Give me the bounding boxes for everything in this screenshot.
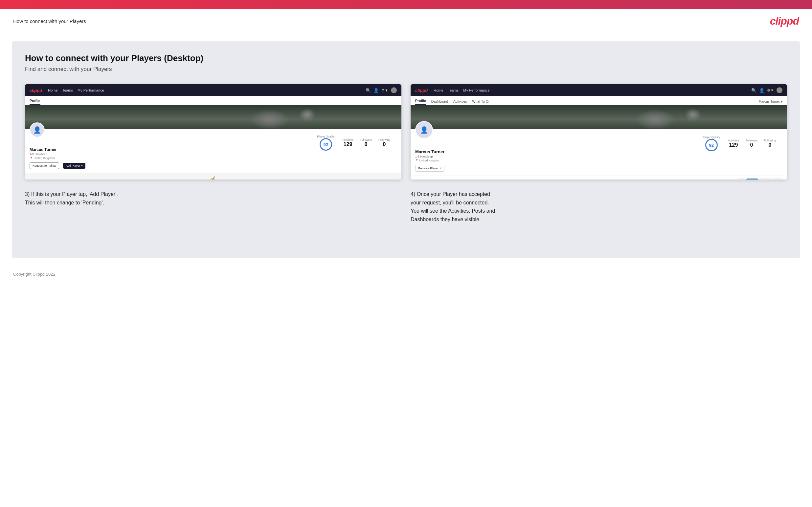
- search-icon-2[interactable]: 🔍: [751, 88, 757, 93]
- mock-app-2: clippd Home Teams My Performance 🔍 👤 ⚙▼ …: [411, 84, 787, 179]
- avatar-icon-1[interactable]: [391, 87, 397, 93]
- profile-banner-1: [25, 105, 401, 129]
- main-content: How to connect with your Players (Deskto…: [12, 41, 800, 258]
- avatar-2: 👤: [415, 121, 433, 139]
- search-icon-1[interactable]: 🔍: [366, 88, 371, 93]
- location-icon-2: 📍: [415, 159, 418, 162]
- activities-value-2: 129: [728, 142, 739, 148]
- tab-dashboard-2[interactable]: Dashboard: [431, 100, 448, 105]
- followers-block-2: Followers 0: [746, 139, 757, 148]
- tab-activities-2[interactable]: Activities: [453, 100, 467, 105]
- caption-col-2: 4) Once your Player has acceptedyour req…: [411, 190, 787, 223]
- profile-info-section-1: 👤 Marcus Turner 1-5 Handicap 📍 United Ki…: [25, 129, 401, 173]
- profile-country-2: 📍 United Kingdom: [415, 159, 455, 162]
- location-icon-1: 📍: [30, 157, 33, 160]
- nav-home-2[interactable]: Home: [434, 88, 443, 92]
- period-1yr[interactable]: 1 yr: [737, 178, 745, 179]
- following-block-1: Following 0: [378, 138, 390, 147]
- remove-player-btn[interactable]: Remove Player ×: [415, 165, 445, 172]
- app-tabs-1: Profile: [25, 96, 401, 105]
- screenshot-col-1: clippd Home Teams My Performance 🔍 👤 ⚙▼ …: [25, 84, 401, 179]
- golf-texture-2: [411, 105, 787, 129]
- activity-section-2: Activity Summary Monthly Activity · 6 Mo…: [411, 176, 787, 179]
- quality-circle-2: 92: [705, 139, 718, 151]
- app-nav-right-2: 🔍 👤 ⚙▼: [751, 87, 782, 93]
- nav-teams-2[interactable]: Teams: [448, 88, 459, 92]
- activity-period-2: Monthly Activity · 6 Months: [552, 179, 587, 180]
- profile-handicap-2: 1-5 Handicap: [415, 155, 455, 158]
- page-header: How to connect with your Players clippd: [0, 9, 812, 32]
- tab-player-name-2[interactable]: Marcus Turner ▾: [759, 100, 782, 105]
- following-label-2: Following: [764, 139, 776, 142]
- tab-profile-1[interactable]: Profile: [30, 99, 40, 105]
- player-quality-label-1: Player Quality: [317, 135, 335, 138]
- followers-block-1: Followers 0: [360, 138, 372, 147]
- remove-x-icon: ×: [440, 166, 442, 170]
- profile-buttons-2: Remove Player ×: [415, 165, 455, 172]
- period-3mths[interactable]: 3 mths: [759, 178, 771, 179]
- app-nav-right-1: 🔍 👤 ⚙▼: [366, 87, 397, 93]
- app-nav-2: clippd Home Teams My Performance 🔍 👤 ⚙▼: [411, 84, 787, 96]
- profile-banner-2: [411, 105, 787, 129]
- page-header-title: How to connect with your Players: [13, 18, 86, 24]
- period-btns-2: 1 yr 6 mths 3 mths 1 mth: [737, 178, 782, 179]
- following-label-1: Following: [378, 138, 390, 142]
- period-1mth[interactable]: 1 mth: [772, 178, 782, 179]
- app-nav-1: clippd Home Teams My Performance 🔍 👤 ⚙▼: [25, 84, 401, 96]
- followers-value-2: 0: [746, 142, 757, 148]
- profile-buttons-1: Request to Follow Add Player +: [30, 162, 86, 169]
- app-nav-logo-2: clippd: [415, 88, 428, 93]
- activities-label-1: Activities: [342, 138, 353, 142]
- player-quality-label-2: Player Quality: [703, 135, 720, 139]
- profile-handicap-1: 1-5 Handicap: [30, 153, 86, 156]
- period-6mths[interactable]: 6 mths: [746, 178, 758, 179]
- nav-teams-1[interactable]: Teams: [62, 88, 73, 92]
- footer-copyright: Copyright Clippd 2022: [13, 272, 55, 277]
- caption-col-1: 3) If this is your Player tap, 'Add Play…: [25, 190, 401, 223]
- activities-value-1: 129: [342, 142, 353, 147]
- screenshots-row: clippd Home Teams My Performance 🔍 👤 ⚙▼ …: [25, 84, 787, 179]
- scroll-icon-1: ✍: [210, 176, 217, 179]
- avatar-1: 👤: [30, 122, 45, 137]
- scroll-area-1: ✍: [25, 173, 401, 179]
- activities-label-2: Activities: [728, 139, 739, 142]
- app-tabs-2: Profile Dashboard Activities What To On …: [411, 96, 787, 105]
- settings-icon-1[interactable]: ⚙▼: [382, 88, 388, 93]
- profile-name-2: Marcus Turner: [415, 149, 455, 154]
- caption-text-2: 4) Once your Player has acceptedyour req…: [411, 190, 787, 223]
- profile-name-1: Marcus Turner: [30, 147, 86, 152]
- screenshot-col-2: clippd Home Teams My Performance 🔍 👤 ⚙▼ …: [411, 84, 787, 179]
- caption-row: 3) If this is your Player tap, 'Add Play…: [25, 190, 787, 223]
- caption-text-1: 3) If this is your Player tap, 'Add Play…: [25, 190, 401, 207]
- golf-texture-1: [25, 105, 401, 129]
- following-block-2: Following 0: [764, 139, 776, 148]
- app-nav-logo-1: clippd: [30, 88, 42, 93]
- request-follow-btn[interactable]: Request to Follow: [30, 162, 59, 169]
- top-color-bar: [0, 0, 812, 9]
- nav-myperformance-2[interactable]: My Performance: [463, 88, 490, 92]
- nav-myperformance-1[interactable]: My Performance: [78, 88, 104, 92]
- settings-icon-2[interactable]: ⚙▼: [767, 88, 774, 93]
- player-quality-block-2: Player Quality 92: [703, 135, 720, 151]
- tab-profile-2[interactable]: Profile: [415, 99, 426, 105]
- followers-label-1: Followers: [360, 138, 372, 142]
- avatar-person-icon-1: 👤: [33, 126, 41, 134]
- user-icon-2[interactable]: 👤: [759, 88, 764, 93]
- avatar-person-icon-2: 👤: [420, 126, 428, 134]
- nav-home-1[interactable]: Home: [48, 88, 57, 92]
- activity-header-2: Activity Summary Monthly Activity · 6 Mo…: [415, 178, 782, 179]
- user-icon-1[interactable]: 👤: [373, 88, 379, 93]
- mock-app-1: clippd Home Teams My Performance 🔍 👤 ⚙▼ …: [25, 84, 401, 179]
- main-title: How to connect with your Players (Deskto…: [25, 53, 787, 63]
- quality-circle-1: 92: [320, 138, 332, 151]
- profile-info-section-2: 👤 Marcus Turner 1-5 Handicap 📍 United Ki…: [411, 129, 787, 176]
- activities-block-1: Activities 129: [342, 138, 353, 147]
- tab-whattoon-2[interactable]: What To On: [472, 100, 491, 105]
- avatar-icon-2[interactable]: [776, 87, 782, 93]
- add-player-btn[interactable]: Add Player +: [63, 163, 86, 169]
- page-footer: Copyright Clippd 2022: [0, 267, 812, 281]
- following-value-1: 0: [378, 142, 390, 147]
- followers-value-1: 0: [360, 142, 372, 147]
- player-quality-block-1: Player Quality 92: [317, 135, 335, 151]
- profile-country-1: 📍 United Kingdom: [30, 157, 86, 160]
